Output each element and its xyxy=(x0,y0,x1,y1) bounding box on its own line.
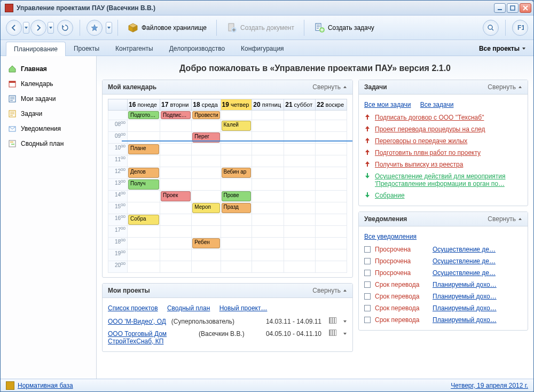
close-button[interactable] xyxy=(520,3,531,13)
allday-event[interactable]: Подпис… xyxy=(161,111,191,119)
task-link[interactable]: Осуществление действий для мероприятия '… xyxy=(375,173,522,187)
sidebar-item-calendar[interactable]: Календарь xyxy=(1,76,96,91)
sidebar-item-label: Сводный план xyxy=(21,140,64,147)
tasks-collapse[interactable]: Свернуть xyxy=(488,83,522,91)
calendar-event[interactable]: Плане xyxy=(128,144,159,154)
calendar-icon xyxy=(8,80,17,88)
task-row: Проект перевода процедуры на след xyxy=(364,123,522,135)
notif-checkbox[interactable] xyxy=(364,317,371,323)
task-link[interactable]: Подготовить плвн работ по проекту xyxy=(375,149,481,156)
priority-up-icon xyxy=(364,161,371,167)
notif-link[interactable]: Осуществление де… xyxy=(433,269,496,277)
task-link[interactable]: Подписать договор с ООО "Техснаб" xyxy=(375,114,484,121)
nav-forward-button[interactable] xyxy=(30,20,46,36)
normative-link[interactable]: Нормативная база xyxy=(18,382,73,389)
statusbar: Нормативная база Четверг, 19 апреля 2012… xyxy=(1,379,533,391)
notif-checkbox[interactable] xyxy=(364,246,371,253)
task-row: Собрание xyxy=(364,190,522,201)
task-row: Получить выписку из реестра xyxy=(364,159,522,170)
calendar-event[interactable]: Проек xyxy=(161,191,191,201)
titlebar: Управление проектами ПАУ (Васечкин В.В.) xyxy=(1,1,533,15)
notif-checkbox[interactable] xyxy=(364,270,371,276)
sidebar-item-mytasks[interactable]: Мои задачи xyxy=(1,91,96,106)
calendar-event[interactable]: Перег xyxy=(192,132,219,143)
notifs-all-link[interactable]: Все уведомления xyxy=(364,233,417,240)
calendar-event[interactable]: Прове xyxy=(222,191,252,201)
sidebar-item-tasks[interactable]: Задачи xyxy=(1,106,96,121)
task-link[interactable]: Проект перевода процедуры на след xyxy=(375,126,485,133)
refresh-button[interactable] xyxy=(57,20,73,36)
sidebar-item-plan[interactable]: Сводный план xyxy=(1,136,96,151)
tab-projects[interactable]: Проекты xyxy=(66,41,107,56)
tasks-mine-link[interactable]: Все мои задачи xyxy=(364,101,411,108)
calendar-event[interactable]: Делов xyxy=(128,168,159,178)
gantt-icon[interactable] xyxy=(329,317,336,324)
tasks-all-link[interactable]: Все задачи xyxy=(420,101,454,108)
all-projects-dropdown[interactable]: Все проекты xyxy=(477,42,528,56)
sidebar-item-notif[interactable]: Уведомления xyxy=(1,121,96,136)
box-icon xyxy=(128,22,138,33)
notif-checkbox[interactable] xyxy=(364,305,371,311)
notifs-collapse[interactable]: Свернуть xyxy=(488,215,522,223)
tab-config[interactable]: Конфигурация xyxy=(233,41,292,56)
calendar-event[interactable]: Мероп xyxy=(192,203,219,213)
gantt-icon[interactable] xyxy=(329,330,336,336)
maximize-button[interactable] xyxy=(507,3,519,13)
projects-list-link[interactable]: Список проектов xyxy=(108,304,158,312)
notif-checkbox[interactable] xyxy=(364,293,371,300)
home-icon xyxy=(8,65,17,73)
notif-link[interactable]: Планируемый дохо… xyxy=(433,316,497,324)
calendar-collapse[interactable]: Свернуть xyxy=(312,83,347,91)
content: Добро пожаловать в «Управление проектами… xyxy=(97,56,533,379)
calendar-event[interactable]: Калей xyxy=(222,121,252,131)
main-tabs: Планирование Проекты Контрагенты Делопро… xyxy=(1,40,533,56)
notif-link[interactable]: Планируемый дохо… xyxy=(433,293,497,300)
calendar-event[interactable]: Празд xyxy=(222,203,252,213)
calendar-event[interactable]: Собра xyxy=(128,215,159,225)
minimize-button[interactable] xyxy=(494,3,506,13)
date-link[interactable]: Четверг, 19 апреля 2012 г. xyxy=(451,382,528,389)
project-link[interactable]: ООО 'М-Видео', ОД xyxy=(108,318,166,325)
notif-row: ПросроченаОсуществление де… xyxy=(364,267,522,279)
allday-event[interactable]: Подгото… xyxy=(128,111,159,119)
tab-planning[interactable]: Планирование xyxy=(6,42,66,56)
help-button[interactable]: F1 xyxy=(512,20,528,36)
task-link[interactable]: Собрание xyxy=(375,192,405,199)
task-link[interactable]: Получить выписку из реестра xyxy=(375,161,463,168)
tab-contractors[interactable]: Контрагенты xyxy=(107,41,161,56)
notif-link[interactable]: Планируемый дохо… xyxy=(433,304,497,312)
calendar-event[interactable]: Вебин ар xyxy=(222,168,252,178)
nav-back-button[interactable] xyxy=(6,20,22,36)
svg-point-6 xyxy=(488,25,492,29)
create-task-button[interactable]: Создать задачу xyxy=(310,20,379,35)
favorites-dropdown[interactable] xyxy=(106,22,112,34)
allday-event[interactable]: Провести xyxy=(192,111,219,119)
notif-status: Срок перевода xyxy=(375,293,428,300)
projects-plan-link[interactable]: Сводный план xyxy=(167,304,210,312)
notif-row: Срок переводаПланируемый дохо… xyxy=(364,291,522,302)
task-plus-icon xyxy=(314,22,325,33)
project-link[interactable]: ООО Торговый Дом СтройТехСнаб, КП xyxy=(108,330,193,345)
notif-link[interactable]: Планируемый дохо… xyxy=(433,281,497,288)
projects-new-link[interactable]: Новый проект… xyxy=(219,304,268,312)
notif-status: Срок перевода xyxy=(375,281,428,288)
calendar-body[interactable]: 16 понеде17 вторни18 среда19 четвер20 пя… xyxy=(103,95,352,277)
calendar-event[interactable]: Ребен xyxy=(192,238,219,248)
notif-link[interactable]: Осуществление де… xyxy=(433,257,496,265)
notif-checkbox[interactable] xyxy=(364,258,371,264)
nav-forward-history-dropdown[interactable] xyxy=(48,22,54,34)
task-row: Подготовить плвн работ по проекту xyxy=(364,147,522,159)
calendar-event[interactable]: Получ xyxy=(128,179,159,190)
notif-link[interactable]: Осуществление де… xyxy=(433,246,496,253)
notif-checkbox[interactable] xyxy=(364,281,371,288)
file-repo-button[interactable]: Файловое хранилище xyxy=(123,20,211,35)
favorites-button[interactable] xyxy=(87,20,103,36)
projects-collapse[interactable]: Свернуть xyxy=(312,287,347,294)
search-button[interactable] xyxy=(483,20,499,36)
notif-row: Срок переводаПланируемый дохо… xyxy=(364,302,522,314)
task-link[interactable]: Переговоры о передаче жилых xyxy=(375,137,467,145)
notif-row: ПросроченаОсуществление де… xyxy=(364,244,522,255)
tab-docflow[interactable]: Делопроизводство xyxy=(161,41,233,56)
sidebar-item-home[interactable]: Главная xyxy=(1,61,96,76)
nav-back-history-dropdown[interactable] xyxy=(23,22,29,34)
